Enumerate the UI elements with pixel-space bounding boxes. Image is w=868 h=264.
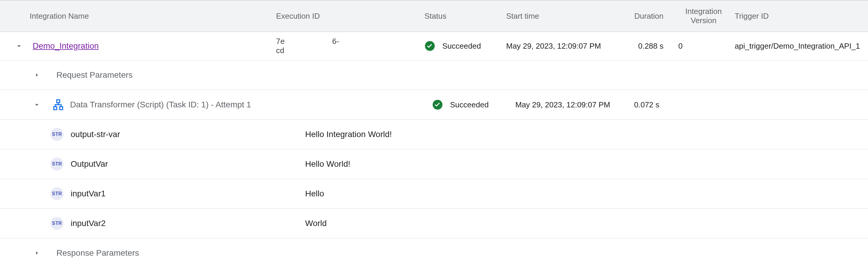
variable-value: World <box>305 219 327 228</box>
col-header-duration[interactable]: Duration <box>625 11 672 21</box>
request-parameters-section[interactable]: Request Parameters <box>0 61 868 90</box>
request-parameters-label: Request Parameters <box>56 70 133 80</box>
col-header-integration-name[interactable]: Integration Name <box>15 11 276 21</box>
variable-name: inputVar2 <box>71 219 305 228</box>
variable-row: STR inputVar2 World <box>0 209 868 238</box>
exec-id-frag-3: cd <box>276 46 285 55</box>
variable-value: Hello World! <box>305 159 350 169</box>
task-status-text: Succeeded <box>450 100 489 109</box>
execution-id-cell: 7e cd 6- <box>276 37 425 55</box>
version-cell: 0 <box>672 41 735 51</box>
svg-rect-1 <box>57 100 60 103</box>
col-header-execution-id[interactable]: Execution ID <box>276 11 425 21</box>
expand-toggle-response[interactable] <box>33 249 51 257</box>
exec-id-frag-2: 6- <box>332 37 339 55</box>
response-parameters-section[interactable]: Response Parameters <box>0 238 868 264</box>
variable-value: Hello Integration World! <box>305 130 392 139</box>
svg-rect-2 <box>54 107 57 110</box>
str-badge: STR <box>51 158 64 171</box>
col-header-trigger-id[interactable]: Trigger ID <box>735 11 868 21</box>
task-duration: 0.072 s <box>634 100 676 109</box>
task-label: Data Transformer (Script) (Task ID: 1) -… <box>70 100 251 109</box>
svg-rect-3 <box>60 107 63 110</box>
task-start-time: May 29, 2023, 12:09:07 PM <box>515 100 634 109</box>
start-time-cell: May 29, 2023, 12:09:07 PM <box>506 41 625 51</box>
expand-toggle[interactable] <box>15 42 33 50</box>
integration-row[interactable]: Demo_Integration 7e cd 6- Succeeded May … <box>0 32 868 61</box>
col-header-version[interactable]: Integration Version <box>672 7 735 25</box>
variable-value: Hello <box>305 189 324 198</box>
variable-row: STR OutputVar Hello World! <box>0 150 868 179</box>
str-badge: STR <box>51 128 64 141</box>
chevron-right-icon <box>33 71 41 79</box>
success-icon <box>425 41 435 51</box>
workflow-icon <box>52 99 64 111</box>
chevron-right-icon <box>33 249 41 257</box>
success-icon <box>432 99 443 110</box>
col-header-status[interactable]: Status <box>425 11 506 21</box>
response-parameters-label: Response Parameters <box>56 248 139 258</box>
status-text: Succeeded <box>442 41 481 51</box>
table-header: Integration Name Execution ID Status Sta… <box>0 0 868 32</box>
chevron-down-icon <box>33 101 41 109</box>
integration-name-link[interactable]: Demo_Integration <box>33 41 99 51</box>
expand-toggle-request[interactable] <box>33 71 51 79</box>
expand-toggle-task[interactable] <box>33 101 51 109</box>
str-badge: STR <box>51 187 64 200</box>
variable-name: inputVar1 <box>71 189 305 198</box>
duration-cell: 0.288 s <box>625 41 672 51</box>
trigger-id-cell: api_trigger/Demo_Integration_API_1 <box>735 41 868 51</box>
variable-name: OutputVar <box>71 159 305 169</box>
integration-execution-log: Integration Name Execution ID Status Sta… <box>0 0 868 264</box>
task-row[interactable]: Data Transformer (Script) (Task ID: 1) -… <box>0 90 868 120</box>
exec-id-frag-1: 7e <box>276 37 285 46</box>
variable-name: output-str-var <box>71 130 305 139</box>
chevron-down-icon <box>15 42 23 50</box>
variable-row: STR output-str-var Hello Integration Wor… <box>0 120 868 150</box>
str-badge: STR <box>51 217 64 230</box>
variable-row: STR inputVar1 Hello <box>0 179 868 209</box>
status-cell: Succeeded <box>425 41 506 51</box>
col-header-start-time[interactable]: Start time <box>506 11 625 21</box>
task-status-cell: Succeeded <box>432 99 515 110</box>
